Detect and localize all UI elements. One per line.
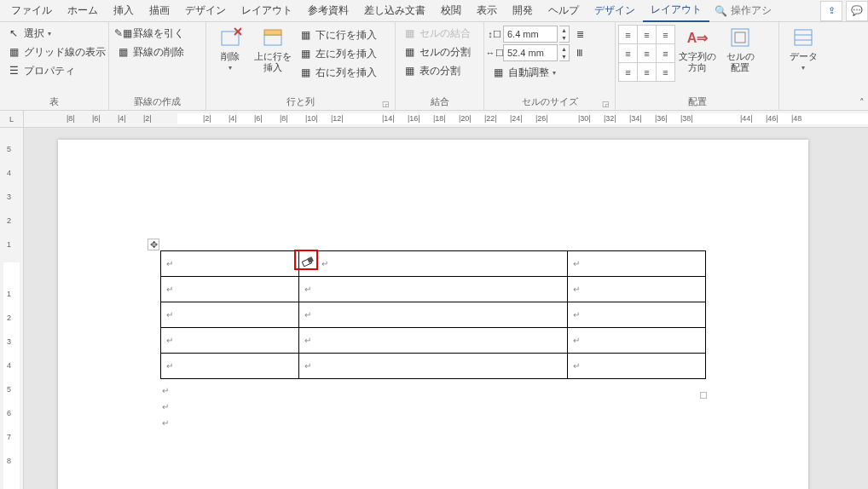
- tell-me-search[interactable]: 🔍 操作アシ: [709, 3, 777, 18]
- row-height-input[interactable]: 6.4 mm: [503, 26, 558, 43]
- align-bot-left[interactable]: ≡: [618, 62, 638, 82]
- vertical-ruler[interactable]: 5 4 3 2 1 1 2 3 4 5 6 7 8: [0, 128, 24, 489]
- tab-insert[interactable]: 挿入: [106, 0, 142, 21]
- data-label: データ: [790, 51, 818, 62]
- split-table-button[interactable]: ▦ 表の分割: [399, 61, 474, 80]
- col-width-input[interactable]: 52.4 mm: [503, 44, 558, 61]
- svg-rect-4: [264, 30, 281, 35]
- document-table[interactable]: ↵ ↵ ↵ ↵ ↵ ↵ ↵ ↵: [160, 250, 706, 379]
- align-mid-right[interactable]: ≡: [656, 43, 675, 63]
- insert-right-label: 右に列を挿入: [315, 66, 377, 80]
- tab-home[interactable]: ホーム: [60, 0, 106, 21]
- group-label-borders: 罫線の作成: [113, 94, 202, 110]
- select-label: 選択: [24, 26, 44, 41]
- erase-border-button[interactable]: ▦ 罫線の削除: [113, 43, 188, 61]
- tab-help[interactable]: ヘルプ: [541, 0, 587, 21]
- tab-layout[interactable]: レイアウト: [234, 0, 300, 21]
- delete-button[interactable]: 削除 ▾: [210, 24, 251, 72]
- tab-mailings[interactable]: 差し込み文書: [356, 0, 433, 21]
- align-mid-center[interactable]: ≡: [637, 43, 657, 63]
- table-cell[interactable]: ↵: [298, 302, 568, 328]
- paragraph-mark[interactable]: ↵: [160, 418, 706, 428]
- table-cell[interactable]: ↵: [298, 328, 568, 354]
- split-label: セルの分割: [420, 45, 471, 60]
- gridlines-label: グリッド線の表示: [24, 45, 106, 60]
- autofit-button[interactable]: ▦ 自動調整 ▾: [488, 63, 588, 82]
- table-cell[interactable]: ↵: [161, 328, 299, 354]
- eraser-cursor-icon: [299, 253, 316, 272]
- distribute-rows-button[interactable]: ≣: [571, 26, 588, 43]
- text-direction-button[interactable]: A⇒ 文字列の 方向: [677, 24, 718, 72]
- table-cell[interactable]: ↵: [568, 302, 706, 328]
- comments-button[interactable]: 💬: [846, 1, 868, 21]
- dialog-launcher-icon[interactable]: ◲: [382, 100, 390, 108]
- table-cell[interactable]: ↵: [568, 277, 706, 302]
- paragraph-mark[interactable]: ↵: [160, 402, 706, 411]
- horizontal-ruler[interactable]: L |8| |6| |4| |2| |2| |4| |6| |8| |10| |…: [0, 111, 868, 128]
- merge-cells-button: ▦ セルの結合: [399, 24, 474, 43]
- tab-draw[interactable]: 描画: [142, 0, 177, 21]
- row-height-spinner[interactable]: ▲▼: [559, 26, 570, 43]
- split-table-label: 表の分割: [420, 64, 460, 78]
- chevron-down-icon: ▾: [229, 64, 232, 72]
- table-cell[interactable]: ↵: [568, 251, 706, 277]
- table-resize-handle[interactable]: [700, 392, 707, 399]
- dialog-launcher-icon[interactable]: ◲: [602, 100, 610, 108]
- distribute-cols-button[interactable]: Ⅲ: [571, 44, 588, 61]
- tab-file[interactable]: ファイル: [3, 0, 60, 21]
- insert-below-button[interactable]: ▦ 下に行を挿入: [295, 26, 380, 44]
- split-cells-button[interactable]: ▦ セルの分割: [399, 43, 474, 61]
- table-cell[interactable]: ↵: [298, 277, 568, 302]
- table-cell[interactable]: ↵: [161, 277, 299, 302]
- table-move-handle[interactable]: ✥: [148, 239, 159, 250]
- properties-button[interactable]: ☰ プロパティ: [3, 61, 109, 80]
- align-bot-right[interactable]: ≡: [656, 62, 675, 82]
- align-top-left[interactable]: ≡: [618, 25, 638, 44]
- paragraph-mark[interactable]: ↵: [160, 386, 706, 395]
- tab-references[interactable]: 参考資料: [300, 0, 356, 21]
- align-top-center[interactable]: ≡: [637, 25, 657, 44]
- tab-review[interactable]: 校閲: [433, 0, 469, 21]
- select-button[interactable]: ↖ 選択 ▾: [3, 24, 109, 43]
- cell-margins-button[interactable]: セルの 配置: [720, 24, 761, 72]
- cursor-icon: ↖: [7, 26, 20, 40]
- data-button[interactable]: データ ▾: [783, 24, 824, 72]
- insert-below-icon: ▦: [298, 28, 312, 42]
- merge-label: セルの結合: [420, 26, 471, 41]
- insert-left-button[interactable]: ▦ 左に列を挿入: [295, 44, 380, 63]
- share-button[interactable]: ⇪: [820, 1, 842, 21]
- insert-left-icon: ▦: [298, 47, 312, 60]
- col-width-spinner[interactable]: ▲▼: [559, 44, 570, 61]
- align-bot-center[interactable]: ≡: [637, 62, 657, 82]
- insert-right-icon: ▦: [298, 66, 312, 79]
- alignment-grid: ≡ ≡ ≡ ≡ ≡ ≡ ≡ ≡ ≡: [619, 24, 675, 82]
- tab-table-design[interactable]: デザイン: [587, 0, 643, 21]
- table-cell[interactable]: ↵: [298, 354, 568, 379]
- table-cell[interactable]: ↵: [161, 354, 299, 379]
- tab-view[interactable]: 表示: [469, 0, 505, 21]
- group-label-data: [783, 106, 825, 110]
- row-height-icon: ↕☐: [488, 27, 501, 41]
- table-cell[interactable]: ↵: [568, 354, 706, 379]
- insert-right-button[interactable]: ▦ 右に列を挿入: [295, 63, 380, 82]
- tab-table-layout[interactable]: レイアウト: [643, 0, 709, 22]
- insert-below-label: 下に行を挿入: [315, 28, 377, 43]
- comment-icon: 💬: [851, 5, 863, 16]
- collapse-ribbon-icon[interactable]: ˄: [859, 97, 865, 108]
- align-top-right[interactable]: ≡: [656, 25, 675, 44]
- align-mid-left[interactable]: ≡: [618, 43, 638, 63]
- properties-icon: ☰: [7, 64, 20, 78]
- document-page[interactable]: ✥ ↵ ↵ ↵ ↵ ↵ ↵: [58, 140, 808, 489]
- tab-selector[interactable]: L: [0, 111, 24, 127]
- view-gridlines-button[interactable]: ▦ グリッド線の表示: [3, 43, 109, 61]
- tab-developer[interactable]: 開発: [505, 0, 541, 21]
- cell-margins-label: セルの 配置: [726, 51, 755, 72]
- table-cell[interactable]: ↵: [568, 328, 706, 354]
- table-cell[interactable]: ↵: [298, 251, 568, 277]
- draw-border-button[interactable]: ✎▦ 罫線を引く: [113, 24, 188, 43]
- insert-above-button[interactable]: 上に行を 挿入: [252, 24, 293, 72]
- tab-design[interactable]: デザイン: [177, 0, 234, 21]
- split-icon: ▦: [402, 45, 416, 59]
- table-cell[interactable]: ↵: [161, 251, 299, 277]
- table-cell[interactable]: ↵: [161, 302, 299, 328]
